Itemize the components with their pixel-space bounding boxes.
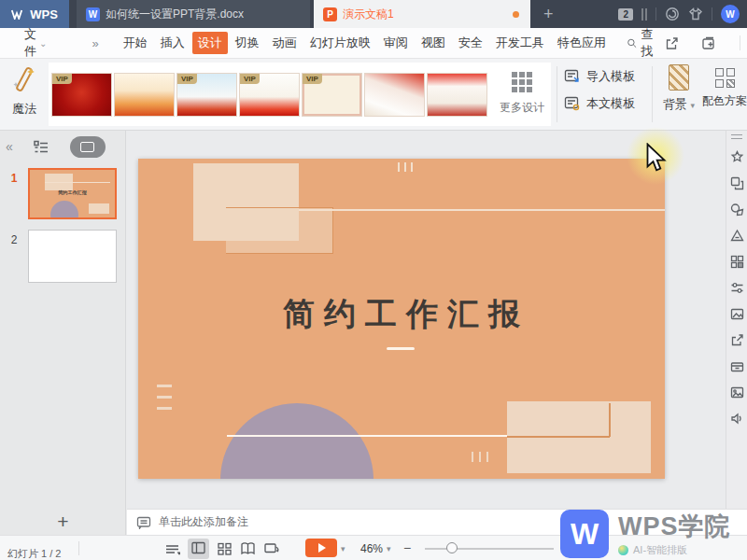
more-designs-button[interactable]: 更多设计	[495, 66, 549, 116]
menu-item-special-apps[interactable]: 特色应用	[552, 32, 612, 54]
tab-list-icon[interactable]	[641, 8, 647, 21]
color-scheme-panel-icon[interactable]	[730, 255, 744, 269]
slides-view-toggle-active[interactable]	[70, 136, 106, 158]
user-avatar[interactable]: W	[721, 5, 740, 23]
find-button[interactable]: 查找	[627, 26, 658, 60]
more-designs-label: 更多设计	[495, 100, 549, 116]
zoom-caret-icon[interactable]: ▾	[387, 544, 391, 553]
play-slideshow-button[interactable]	[305, 539, 337, 557]
slide-sorter-icon[interactable]	[217, 541, 233, 556]
slide-1-thumbnail-selected[interactable]: 简约工作汇报	[28, 168, 117, 219]
picture-library-icon[interactable]	[730, 385, 744, 399]
titlebar-right-controls: 2 W	[618, 0, 747, 28]
share-panel-icon[interactable]	[730, 333, 744, 347]
play-options-caret-icon[interactable]: ▾	[341, 544, 345, 553]
tab-count-badge[interactable]: 2	[618, 8, 633, 21]
menu-item-slideshow[interactable]: 幻灯片放映	[304, 32, 376, 54]
design-template-thumbnail[interactable]: VIP	[239, 73, 300, 117]
background-label: 背景	[663, 97, 687, 111]
vip-badge: VIP	[240, 74, 260, 84]
import-template-icon	[564, 69, 581, 84]
menu-item-design-active[interactable]: 设计	[192, 32, 228, 54]
document-tab-presentation-active[interactable]: P 演示文稿1	[314, 0, 530, 28]
design-template-thumbnail[interactable]: VIP	[51, 73, 112, 117]
slide-2-thumbnail[interactable]	[28, 230, 117, 283]
document-tab-writer[interactable]: W 如何统一设置PPT背景.docx	[77, 0, 310, 28]
slide-1-editing-area[interactable]: 简约工作汇报	[138, 159, 665, 479]
import-template-button[interactable]: 导入模板	[564, 68, 635, 85]
integrity-icon[interactable]	[665, 7, 680, 21]
zoom-out-button[interactable]: −	[403, 540, 411, 555]
share-icon[interactable]	[664, 35, 680, 51]
decor-dashes	[472, 452, 488, 462]
shape-swap-icon[interactable]	[730, 176, 744, 190]
add-slide-button[interactable]: +	[0, 511, 126, 533]
ai-sphere-icon	[618, 545, 628, 555]
notes-comment-icon	[136, 516, 151, 529]
menu-item-review[interactable]: 审阅	[378, 32, 414, 54]
design-template-thumbnail[interactable]	[114, 73, 175, 117]
new-tab-button[interactable]: +	[530, 3, 567, 26]
grid-icon	[495, 72, 549, 92]
menu-item-insert[interactable]: 插入	[155, 32, 190, 54]
resource-box-icon[interactable]	[730, 359, 744, 373]
import-template-label: 导入模板	[586, 68, 635, 85]
reading-view-icon[interactable]	[240, 541, 256, 556]
smart-effects-icon[interactable]	[730, 150, 744, 164]
background-button[interactable]: 背景 ▾	[657, 64, 700, 113]
watermark-title: WPS学院	[618, 514, 731, 539]
menu-item-devtools[interactable]: 开发工具	[490, 32, 550, 54]
menu-item-home[interactable]: 开始	[118, 32, 153, 54]
watermark-subtitle: AI-智能排版	[633, 543, 687, 557]
editing-canvas[interactable]: 简约工作汇报	[127, 131, 726, 509]
file-caret-icon[interactable]: ⌄	[39, 38, 47, 49]
outline-view-icon[interactable]	[34, 140, 49, 154]
notes-toggle-icon[interactable]	[164, 541, 180, 556]
menu-item-transition[interactable]: 切换	[230, 32, 265, 54]
divider	[78, 541, 79, 555]
menu-item-animation[interactable]: 动画	[267, 32, 303, 54]
audio-icon[interactable]	[730, 412, 744, 426]
design-template-thumbnail[interactable]: VIP	[302, 73, 362, 117]
adjust-settings-icon[interactable]	[730, 281, 744, 295]
zoom-slider-track[interactable]	[425, 548, 554, 550]
design-template-thumbnail[interactable]	[364, 73, 425, 117]
tab-label: 演示文稿1	[343, 7, 394, 22]
normal-view-button-active[interactable]	[188, 539, 209, 559]
tab-label: 如何统一设置PPT背景.docx	[106, 7, 244, 22]
decor-dashes	[398, 162, 413, 172]
wordart-icon[interactable]	[730, 229, 744, 243]
magic-button[interactable]: 魔法	[4, 63, 45, 125]
merge-shapes-icon[interactable]	[730, 203, 744, 217]
collapse-panel-icon[interactable]: «	[6, 139, 13, 154]
image-tools-icon[interactable]	[730, 307, 744, 321]
design-template-thumbnail[interactable]: VIP	[176, 73, 237, 117]
slide-title-text[interactable]: 简约工作汇报	[138, 293, 665, 336]
sidebar-handle-icon[interactable]	[731, 134, 742, 139]
decor-line	[227, 435, 507, 437]
color-scheme-button[interactable]: 配色方案▾	[702, 64, 747, 109]
skin-theme-icon[interactable]	[688, 7, 703, 21]
more-quick-actions-icon[interactable]: »	[92, 36, 98, 50]
menu-item-view[interactable]: 视图	[416, 32, 451, 54]
wps-home-button[interactable]: WPS	[0, 0, 69, 28]
slideshow-view-icon[interactable]	[263, 541, 279, 556]
wps-academy-logo: W	[560, 510, 609, 558]
decor-rect	[507, 401, 651, 473]
caret-down-icon: ▾	[691, 101, 696, 110]
menubar: 文件 ⌄ » 开始 插入 设计 切换 动画 幻灯片放映 审阅 视图 安全 开发工…	[0, 28, 747, 59]
menu-item-security[interactable]: 安全	[453, 32, 488, 54]
task-pane-icon[interactable]	[700, 35, 716, 51]
divider	[655, 7, 656, 21]
divider	[712, 7, 712, 21]
doc-template-button[interactable]: 本文模板	[564, 95, 635, 112]
zoom-slider-thumb[interactable]	[446, 542, 458, 553]
design-template-thumbnail[interactable]	[427, 73, 487, 117]
find-label: 查找	[641, 26, 657, 60]
menubar-right-controls: ? ⋮ ︿	[658, 35, 747, 51]
magic-wand-icon	[12, 63, 36, 95]
mouse-cursor-icon	[646, 143, 669, 174]
decor-dashes	[157, 385, 172, 418]
zoom-percentage[interactable]: 46%	[360, 542, 383, 555]
file-menu[interactable]: 文件	[24, 26, 36, 60]
